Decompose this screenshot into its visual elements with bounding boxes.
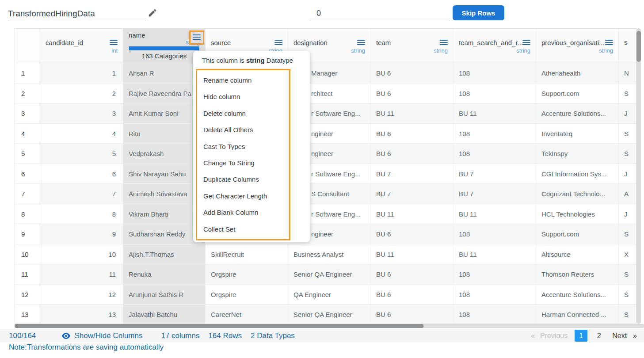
vertical-scrollbar[interactable] — [636, 28, 641, 324]
cell-candidate_id: 11 — [40, 264, 123, 285]
cell-team_search: BU 7 — [453, 184, 536, 204]
cell-team: BU 6 — [371, 224, 453, 244]
skip-rows-input[interactable] — [309, 6, 450, 21]
page-1-button[interactable]: 1 — [575, 330, 587, 342]
table-stats: 17 columns 164 Rows 2 Data Types — [161, 331, 294, 340]
cell-previous_org: Inventateq — [536, 124, 619, 144]
table-row: 44RitungineerBU 6108InventateqS — [15, 124, 636, 144]
menu-item-duplicate-columns[interactable]: Duplicate Columns — [203, 171, 289, 187]
column-header-team[interactable]: team string — [371, 29, 453, 63]
category-distribution-bar — [129, 46, 199, 50]
cell-previous_org: Support.com — [536, 224, 619, 244]
cell-previous_org: HCL Technologies — [536, 204, 619, 225]
row-number: 6 — [15, 164, 40, 184]
next-button[interactable]: Next — [612, 332, 627, 340]
header-row: candidate_id int name string 163 Catagor… — [15, 29, 636, 63]
column-menu-icon[interactable] — [605, 38, 613, 46]
cell-team: BU 6 — [371, 124, 453, 144]
cell-previous_org: Harman Connected ... — [536, 305, 619, 324]
cell-name: Ajish.T.Thomas — [123, 244, 206, 265]
cell-source: CareerNet — [206, 305, 288, 324]
cell-previous_org: Athenahealth — [536, 63, 619, 84]
cell-previous_org: Accenture Solutions... — [536, 285, 619, 305]
cell-team: BU 6 — [371, 84, 453, 104]
column-menu-icon[interactable] — [193, 33, 201, 41]
cell-last: S — [619, 84, 636, 104]
table-row: 1212Arunjunai Sathis ROrgspireQA Enginee… — [15, 285, 636, 305]
column-header-candidate-id[interactable]: candidate_id int — [40, 29, 123, 63]
cell-candidate_id: 5 — [40, 144, 123, 164]
cell-team: BU 11 — [371, 103, 453, 124]
column-type: string — [541, 47, 613, 54]
row-number: 10 — [15, 244, 40, 265]
menu-item-delete-all-others[interactable]: Delete All Others — [203, 122, 289, 138]
cell-source: Orgspire — [206, 285, 288, 305]
cell-candidate_id: 10 — [40, 244, 123, 265]
row-number: 5 — [15, 144, 40, 164]
column-menu-icon[interactable] — [110, 38, 118, 46]
table-row: 33Amit Kumar Sonir Software Eng...BU 11B… — [15, 103, 636, 124]
table-row: 66Shiv Narayan Sahur Software Eng...BU 7… — [15, 164, 636, 184]
column-menu-icon[interactable] — [522, 38, 530, 46]
cell-previous_org: Altisource — [536, 244, 619, 265]
column-type: string — [376, 47, 448, 54]
menu-item-rename-column[interactable]: Rename column — [203, 72, 289, 88]
cell-last: S — [619, 124, 636, 144]
row-number: 4 — [15, 124, 40, 144]
horizontal-scrollbar[interactable] — [15, 324, 644, 328]
cell-team: BU 7 — [371, 164, 453, 184]
cell-designation: QA Engineer — [288, 285, 371, 305]
cell-last: X — [619, 244, 636, 265]
cell-team_search: 108 — [453, 264, 536, 285]
column-context-menu: This column is string Datatype Rename co… — [193, 51, 310, 242]
categories-count: 163 Catagories — [129, 52, 200, 60]
columns-count: 17 columns — [161, 331, 199, 340]
page-2-button[interactable]: 2 — [594, 332, 603, 340]
next-arrow[interactable]: » — [633, 332, 637, 340]
dataset-name-input[interactable] — [8, 6, 146, 21]
cell-previous_org: CGI Information Sys... — [536, 164, 619, 184]
column-menu-icon[interactable] — [440, 38, 448, 46]
horizontal-scrollbar-thumb[interactable] — [15, 324, 423, 328]
cell-last: J — [619, 164, 636, 184]
table-row: 22Rajive Raveendra ParchitectBU 6108Supp… — [15, 84, 636, 104]
cell-last: S — [619, 264, 636, 285]
column-label: candidate_id — [46, 39, 83, 46]
footer-bar: 100/164 Show/Hide Columns 17 columns 164… — [0, 329, 644, 342]
skip-rows-button[interactable]: Skip Rows — [453, 5, 504, 20]
menu-item-change-to-string[interactable]: Change To String — [203, 155, 289, 171]
column-header-previous-organisation[interactable]: previous_organisati... string — [536, 29, 619, 63]
column-type: int — [46, 47, 118, 54]
cell-team_search: 108 — [453, 305, 536, 324]
cell-candidate_id: 12 — [40, 285, 123, 305]
show-hide-columns-button[interactable]: Show/Hide Columns — [61, 331, 142, 340]
menu-item-add-blank-column[interactable]: Add Blank Column — [203, 204, 289, 221]
row-number: 8 — [15, 204, 40, 225]
cell-candidate_id: 2 — [40, 84, 123, 104]
cell-source: Orgspire — [206, 264, 288, 285]
table-body: 11Ahsan RManagerBU 6108AthenahealthN22Ra… — [15, 63, 636, 324]
table-row: 99Sudharshan ReddyngineerBU 6108Support.… — [15, 224, 636, 244]
menu-item-hide-column[interactable]: Hide column — [203, 88, 289, 105]
column-header-clipped[interactable]: s — [619, 29, 636, 63]
vertical-scrollbar-thumb[interactable] — [636, 31, 641, 62]
menu-item-delete-column[interactable]: Delete column — [203, 105, 289, 122]
column-menu-icon[interactable] — [274, 38, 282, 46]
column-datatype-tooltip: This column is string Datatype — [193, 51, 310, 69]
column-header-team-search[interactable]: team_search_and_r... string — [453, 29, 536, 63]
column-menu-icon[interactable] — [357, 38, 365, 46]
cell-candidate_id: 7 — [40, 184, 123, 204]
cell-previous_org: Cognizant Technolo... — [536, 184, 619, 204]
previous-button[interactable]: Previous — [540, 332, 568, 340]
cell-team_search: BU 11 — [453, 103, 536, 124]
cell-team_search: 108 — [453, 63, 536, 84]
column-label: designation — [293, 39, 328, 46]
edit-pencil-icon[interactable] — [148, 8, 157, 18]
menu-item-cast-to-types[interactable]: Cast To Types — [203, 138, 289, 155]
menu-item-collect-set[interactable]: Collect Set — [203, 221, 289, 237]
cell-last: J — [619, 103, 636, 124]
visible-rows-progress: 100/164 — [9, 331, 36, 340]
cell-team: BU 6 — [371, 285, 453, 305]
previous-arrow[interactable]: « — [531, 332, 535, 340]
menu-item-get-character-length[interactable]: Get Character Length — [203, 188, 289, 204]
